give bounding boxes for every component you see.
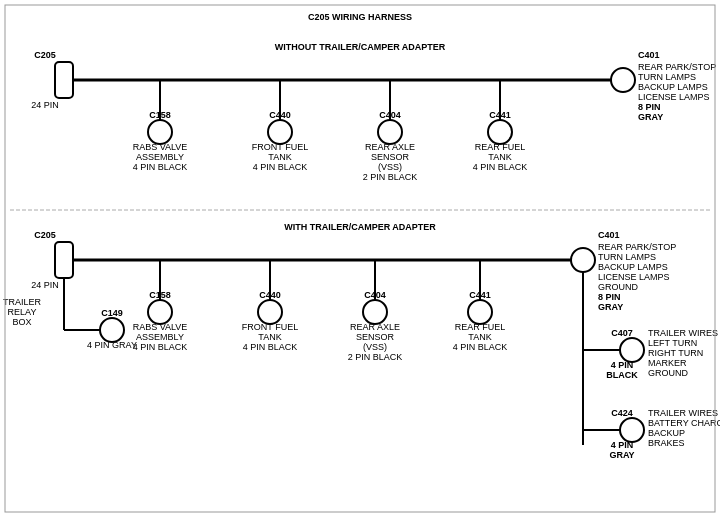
bottom-c401-text3: BACKUP LAMPS bbox=[598, 262, 668, 272]
bottom-c424-text1: TRAILER WIRES bbox=[648, 408, 718, 418]
top-right-connector bbox=[611, 68, 635, 92]
bottom-c424-text3: BACKUP bbox=[648, 428, 685, 438]
bottom-c441-text2: TANK bbox=[468, 332, 491, 342]
top-c401-label: C401 bbox=[638, 50, 660, 60]
top-c401-text3: BACKUP LAMPS bbox=[638, 82, 708, 92]
bottom-c401-text5: GROUND bbox=[598, 282, 638, 292]
top-c440-text1: FRONT FUEL bbox=[252, 142, 308, 152]
top-c404-text1: REAR AXLE bbox=[365, 142, 415, 152]
bottom-c407-label: C407 bbox=[611, 328, 633, 338]
trailer-relay-label: TRAILER bbox=[3, 297, 42, 307]
top-section-label: WITHOUT TRAILER/CAMPER ADAPTER bbox=[275, 42, 446, 52]
bottom-c424-text2: BATTERY CHARGE bbox=[648, 418, 720, 428]
bottom-c407-text3: RIGHT TURN bbox=[648, 348, 703, 358]
bottom-c404-text1: REAR AXLE bbox=[350, 322, 400, 332]
bottom-c404-connector bbox=[363, 300, 387, 324]
top-c404-text4: 2 PIN BLACK bbox=[363, 172, 418, 182]
trailer-relay-label2: RELAY bbox=[8, 307, 37, 317]
bottom-c440-label: C440 bbox=[259, 290, 281, 300]
top-c401-pins: 8 PIN bbox=[638, 102, 661, 112]
top-c440-label: C440 bbox=[269, 110, 291, 120]
bottom-c404-text4: 2 PIN BLACK bbox=[348, 352, 403, 362]
wiring-diagram: C205 WIRING HARNESS WITHOUT TRAILER/CAMP… bbox=[0, 0, 720, 517]
top-c404-connector bbox=[378, 120, 402, 144]
bottom-c158-label: C158 bbox=[149, 290, 171, 300]
top-left-connector bbox=[55, 62, 73, 98]
bottom-c404-text3: (VSS) bbox=[363, 342, 387, 352]
bottom-c401-label: C401 bbox=[598, 230, 620, 240]
bottom-c407-color: BLACK bbox=[606, 370, 638, 380]
top-c158-connector bbox=[148, 120, 172, 144]
bottom-c149-text: 4 PIN GRAY bbox=[87, 340, 137, 350]
top-c440-text2: TANK bbox=[268, 152, 291, 162]
top-c158-text3: 4 PIN BLACK bbox=[133, 162, 188, 172]
bottom-c205-label: C205 bbox=[34, 230, 56, 240]
bottom-c205-pins: 24 PIN bbox=[31, 280, 59, 290]
bottom-c401-pins: 8 PIN bbox=[598, 292, 621, 302]
bottom-c424-label: C424 bbox=[611, 408, 633, 418]
top-c158-label: C158 bbox=[149, 110, 171, 120]
top-c158-text1: RABS VALVE bbox=[133, 142, 188, 152]
bottom-c149-label: C149 bbox=[101, 308, 123, 318]
page-title: C205 WIRING HARNESS bbox=[308, 12, 412, 22]
bottom-c149-connector bbox=[100, 318, 124, 342]
top-c441-text1: REAR FUEL bbox=[475, 142, 526, 152]
top-c401-text2: TURN LAMPS bbox=[638, 72, 696, 82]
bottom-c424-text4: BRAKES bbox=[648, 438, 685, 448]
top-c401-color: GRAY bbox=[638, 112, 663, 122]
bottom-c407-connector bbox=[620, 338, 644, 362]
bottom-c404-label: C404 bbox=[364, 290, 386, 300]
top-c441-connector bbox=[488, 120, 512, 144]
bottom-c441-connector bbox=[468, 300, 492, 324]
bottom-c424-pins: 4 PIN bbox=[611, 440, 634, 450]
bottom-c407-text5: GROUND bbox=[648, 368, 688, 378]
bottom-c407-text2: LEFT TURN bbox=[648, 338, 697, 348]
top-c404-label: C404 bbox=[379, 110, 401, 120]
bottom-c440-connector bbox=[258, 300, 282, 324]
bottom-c158-text1: RABS VALVE bbox=[133, 322, 188, 332]
top-c205-pins: 24 PIN bbox=[31, 100, 59, 110]
bottom-left-connector bbox=[55, 242, 73, 278]
bottom-c441-text3: 4 PIN BLACK bbox=[453, 342, 508, 352]
bottom-c401-text2: TURN LAMPS bbox=[598, 252, 656, 262]
bottom-c407-text4: MARKER bbox=[648, 358, 687, 368]
top-c440-text3: 4 PIN BLACK bbox=[253, 162, 308, 172]
trailer-relay-label3: BOX bbox=[12, 317, 31, 327]
bottom-c440-text2: TANK bbox=[258, 332, 281, 342]
bottom-c441-text1: REAR FUEL bbox=[455, 322, 506, 332]
bottom-c158-text3: 4 PIN BLACK bbox=[133, 342, 188, 352]
top-c441-text3: 4 PIN BLACK bbox=[473, 162, 528, 172]
top-c404-text3: (VSS) bbox=[378, 162, 402, 172]
top-c205-label: C205 bbox=[34, 50, 56, 60]
bottom-right-connector bbox=[571, 248, 595, 272]
bottom-c158-text2: ASSEMBLY bbox=[136, 332, 184, 342]
bottom-c401-text4: LICENSE LAMPS bbox=[598, 272, 670, 282]
bottom-c424-color: GRAY bbox=[609, 450, 634, 460]
bottom-c424-connector bbox=[620, 418, 644, 442]
top-c401-text4: LICENSE LAMPS bbox=[638, 92, 710, 102]
bottom-c440-text1: FRONT FUEL bbox=[242, 322, 298, 332]
bottom-c404-text2: SENSOR bbox=[356, 332, 395, 342]
top-c401-text1: REAR PARK/STOP bbox=[638, 62, 716, 72]
bottom-c401-color: GRAY bbox=[598, 302, 623, 312]
bottom-c441-label: C441 bbox=[469, 290, 491, 300]
bottom-c401-text1: REAR PARK/STOP bbox=[598, 242, 676, 252]
top-c440-connector bbox=[268, 120, 292, 144]
bottom-c440-text3: 4 PIN BLACK bbox=[243, 342, 298, 352]
top-c404-text2: SENSOR bbox=[371, 152, 410, 162]
top-c441-label: C441 bbox=[489, 110, 511, 120]
bottom-c407-pins: 4 PIN bbox=[611, 360, 634, 370]
top-c158-text2: ASSEMBLY bbox=[136, 152, 184, 162]
bottom-c158-connector bbox=[148, 300, 172, 324]
bottom-section-label: WITH TRAILER/CAMPER ADAPTER bbox=[284, 222, 436, 232]
bottom-c407-text1: TRAILER WIRES bbox=[648, 328, 718, 338]
top-c441-text2: TANK bbox=[488, 152, 511, 162]
